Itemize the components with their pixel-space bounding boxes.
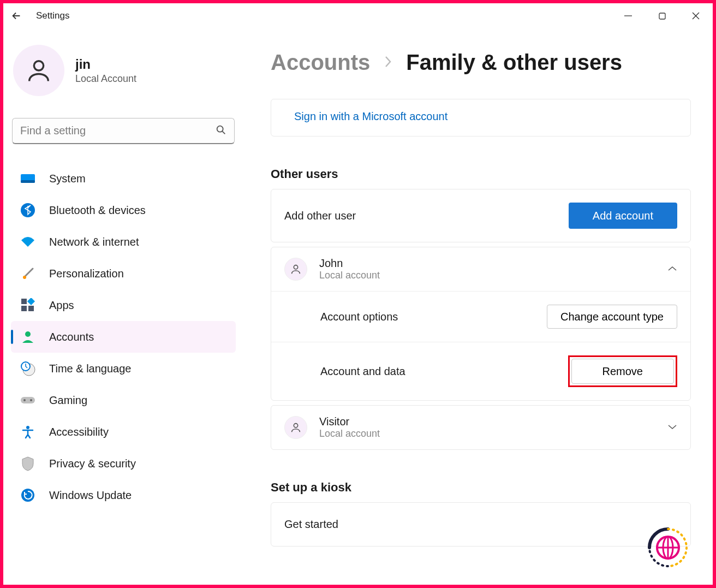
kiosk-title: Set up a kiosk	[271, 480, 691, 495]
user-card-john: John Local account Account options Chang…	[271, 247, 691, 401]
display-icon	[20, 170, 36, 187]
sidebar-item-bluetooth[interactable]: Bluetooth & devices	[11, 194, 236, 226]
user-card-visitor: Visitor Local account	[271, 405, 691, 450]
svg-rect-1	[659, 13, 665, 19]
sidebar-item-system[interactable]: System	[11, 163, 236, 194]
brush-icon	[20, 265, 36, 282]
settings-window: Settings jin Local Account	[3, 3, 713, 585]
svg-rect-13	[21, 306, 27, 311]
nav-label: Windows Update	[49, 489, 132, 502]
nav-label: Gaming	[49, 394, 87, 407]
nav-label: Time & language	[49, 363, 131, 375]
bluetooth-icon	[20, 202, 36, 218]
back-button[interactable]	[8, 7, 25, 25]
user-header-visitor[interactable]: Visitor Local account	[271, 406, 690, 449]
titlebar: Settings	[3, 3, 713, 28]
signin-card: Sign in with a Microsoft account	[271, 99, 691, 136]
add-account-button[interactable]: Add account	[569, 203, 677, 229]
svg-rect-14	[28, 306, 34, 311]
update-icon	[20, 487, 36, 503]
minimize-button[interactable]	[611, 3, 645, 28]
sidebar-item-windows-update[interactable]: Windows Update	[11, 479, 236, 511]
person-icon	[20, 329, 36, 345]
user-name: Visitor	[319, 415, 380, 428]
svg-point-21	[26, 426, 29, 429]
nav-list: System Bluetooth & devices Network & int…	[11, 163, 236, 511]
chevron-up-icon	[667, 264, 677, 274]
sidebar-item-time-language[interactable]: Time & language	[11, 353, 236, 384]
nav-label: Accounts	[49, 331, 94, 343]
sidebar-item-accounts[interactable]: Accounts	[11, 321, 236, 353]
clock-globe-icon	[20, 360, 36, 377]
sidebar-item-privacy[interactable]: Privacy & security	[11, 448, 236, 479]
profile-name: jin	[75, 57, 136, 72]
maximize-icon	[659, 13, 666, 20]
arrow-left-icon	[10, 10, 22, 22]
wifi-icon	[20, 234, 36, 250]
profile-type: Local Account	[75, 73, 136, 85]
watermark-logo	[639, 518, 697, 577]
svg-point-20	[30, 399, 32, 401]
remove-highlight: Remove	[568, 355, 677, 387]
sidebar: jin Local Account System Bluetooth & dev…	[3, 28, 243, 585]
account-options-label: Account options	[320, 311, 398, 323]
close-button[interactable]	[679, 3, 713, 28]
svg-rect-18	[21, 397, 35, 403]
shield-icon	[20, 455, 36, 472]
svg-point-15	[25, 331, 31, 337]
sidebar-item-accessibility[interactable]: Accessibility	[11, 416, 236, 448]
other-users-title: Other users	[271, 167, 691, 181]
avatar-icon	[284, 258, 307, 281]
svg-point-10	[23, 276, 26, 279]
user-name: John	[319, 257, 380, 270]
nav-label: Apps	[49, 299, 74, 312]
add-user-card: Add other user Add account	[271, 189, 691, 242]
profile-block[interactable]: jin Local Account	[11, 45, 236, 96]
chevron-down-icon	[667, 423, 677, 432]
breadcrumb-parent[interactable]: Accounts	[271, 50, 370, 75]
avatar	[13, 45, 64, 96]
kiosk-label: Get started	[284, 518, 338, 530]
app-title: Settings	[36, 10, 69, 21]
sidebar-item-gaming[interactable]: Gaming	[11, 384, 236, 416]
close-icon	[692, 12, 700, 20]
avatar-icon	[284, 416, 307, 439]
user-type: Local account	[319, 270, 380, 281]
svg-point-4	[34, 61, 43, 70]
user-header-john[interactable]: John Local account	[271, 247, 690, 291]
nav-label: Bluetooth & devices	[49, 204, 146, 217]
svg-point-19	[23, 399, 26, 401]
signin-link[interactable]: Sign in with a Microsoft account	[294, 110, 448, 122]
search-icon	[215, 124, 227, 138]
sidebar-item-apps[interactable]: Apps	[11, 289, 236, 321]
breadcrumb-current: Family & other users	[406, 50, 622, 75]
user-expanded-john: Account options Change account type Acco…	[271, 291, 690, 400]
search-input[interactable]	[12, 118, 235, 144]
sidebar-item-personalization[interactable]: Personalization	[11, 258, 236, 289]
svg-line-6	[222, 131, 225, 134]
account-data-label: Account and data	[320, 365, 405, 378]
svg-rect-11	[21, 299, 27, 304]
chevron-right-icon	[383, 55, 393, 71]
svg-rect-8	[21, 180, 35, 183]
svg-rect-12	[27, 298, 35, 305]
apps-icon	[20, 297, 36, 313]
nav-label: System	[49, 173, 86, 185]
nav-label: Privacy & security	[49, 458, 136, 470]
accessibility-icon	[20, 424, 36, 440]
svg-point-5	[217, 126, 223, 132]
kiosk-card[interactable]: Get started	[271, 502, 691, 547]
nav-label: Accessibility	[49, 426, 109, 438]
change-account-type-button[interactable]: Change account type	[547, 305, 677, 329]
sidebar-item-network[interactable]: Network & internet	[11, 226, 236, 258]
remove-button[interactable]: Remove	[571, 359, 674, 384]
main-content: Accounts Family & other users Sign in wi…	[243, 28, 713, 585]
add-user-label: Add other user	[284, 210, 356, 222]
svg-point-23	[294, 265, 297, 269]
user-icon	[25, 56, 53, 85]
maximize-button[interactable]	[645, 3, 679, 28]
minimize-icon	[624, 12, 632, 20]
nav-label: Personalization	[49, 268, 124, 280]
gamepad-icon	[20, 392, 36, 408]
nav-label: Network & internet	[49, 236, 139, 248]
